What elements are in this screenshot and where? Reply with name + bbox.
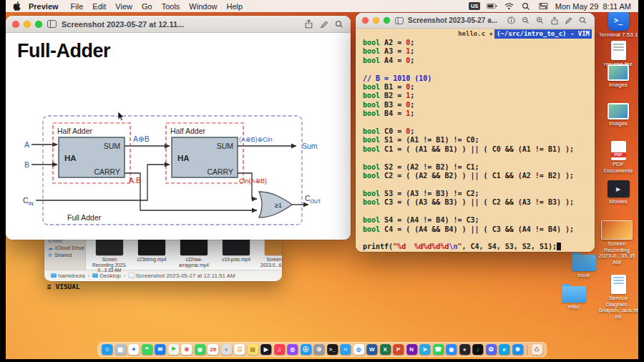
sidebar-toggle-icon[interactable] (47, 19, 57, 29)
active-app-name[interactable]: Preview (29, 2, 59, 11)
zoom-button[interactable] (384, 17, 390, 24)
wifi-icon[interactable] (504, 1, 514, 11)
code-line: bool S3 = (A3 != B3) != C2; (363, 190, 595, 198)
dock-chrome[interactable]: ◎ (353, 344, 364, 355)
markup-icon[interactable] (563, 15, 574, 26)
right-titlebar[interactable]: Screenshot 2023-05-27 a... (356, 13, 595, 29)
menu-file[interactable]: File (71, 2, 84, 11)
finder-file[interactable]: c22raw-arrayprac.mp4 (176, 238, 212, 270)
sidebar-item-shared[interactable]: ⊚Shared (48, 252, 82, 259)
path-item[interactable]: Screenshot 2023-05-27 at 12.11.51 AM (129, 273, 235, 279)
desktop-icon-movies[interactable]: ▶Movies (598, 180, 638, 205)
dock-contacts[interactable]: ● (221, 344, 232, 355)
desktop-icon-pdf[interactable]: PDFPDF Documents (598, 141, 638, 174)
search-icon[interactable] (577, 15, 588, 26)
dock-music[interactable]: ♫ (274, 344, 285, 355)
menu-edit[interactable]: Edit (92, 2, 106, 11)
menu-window[interactable]: Window (189, 2, 217, 11)
dock-calendar[interactable]: 29 (208, 344, 218, 355)
spotlight-search-icon[interactable] (521, 1, 532, 11)
dock-notes[interactable]: ▤ (248, 344, 258, 355)
finder-file[interactable]: Screen Recording 2023-0...3.33 AM (92, 238, 127, 270)
sidebar-item-icon: ⊚ (48, 252, 52, 259)
dock-edge[interactable]: e (499, 344, 509, 355)
pdf-icon: PDF (611, 141, 626, 160)
battery-icon[interactable] (487, 1, 497, 11)
minimize-button[interactable] (24, 21, 31, 28)
dock-app-store[interactable]: Ⓐ (301, 344, 311, 355)
desktop-icon-label: Terminal 7.53.1 (598, 32, 638, 39)
dock-docker[interactable]: ☸ (512, 344, 523, 355)
preview-window-code[interactable]: Screenshot 2023-05-27 a... hello.c + (~/… (356, 13, 595, 252)
finder-file[interactable]: Screenshot 2023-0...6.05 PM (260, 238, 282, 270)
desktop-icon-terminal[interactable]: >_Terminal 7.53.1 (598, 10, 638, 39)
desktop-icon-service[interactable]: Service Diagram - Snapsh...aus.html (598, 275, 638, 320)
zoom-button[interactable] (35, 21, 42, 28)
dock-telegram[interactable]: ➤ (419, 344, 430, 355)
dock-reminders[interactable]: ☰ (234, 344, 245, 355)
dock-system-settings[interactable]: ⚙ (313, 344, 324, 355)
path-item[interactable]: Desktop (92, 273, 121, 279)
dock-word[interactable]: W (366, 344, 377, 355)
window-title: Screenshot 2023-05-27 at 12.11... (62, 20, 184, 29)
images-icon (608, 64, 629, 81)
dock-launchpad[interactable]: ▦ (115, 344, 126, 355)
keyboard-layout-badge[interactable]: US (469, 2, 479, 10)
dock-tv[interactable]: ▶ (260, 344, 271, 355)
dock-vscode[interactable]: ‹› (340, 344, 351, 355)
dock-trash[interactable]: ♺ (532, 344, 542, 355)
dock-zoom[interactable]: ◉ (446, 344, 457, 355)
path-item[interactable]: hamidreza (51, 273, 85, 279)
desktop-icon-misc[interactable]: misc (554, 284, 594, 310)
menu-clock[interactable]: Mon May 29 8:11 AM (555, 2, 631, 11)
left-titlebar[interactable]: Screenshot 2023-05-27 at 12.11... (6, 16, 351, 33)
dock-podcasts[interactable]: ◎ (287, 344, 298, 355)
dock-finder[interactable]: ☺ (102, 344, 112, 355)
dock-mail[interactable]: ✉ (155, 344, 165, 355)
dock-discord[interactable]: ✪ (486, 344, 497, 355)
code-line: bool A2 = 0; (363, 39, 595, 47)
dock-excel[interactable]: X (380, 344, 391, 355)
apple-logo (13, 1, 21, 11)
markup-icon[interactable] (318, 19, 329, 29)
menu-help[interactable]: Help (226, 2, 243, 11)
control-center-icon[interactable] (538, 1, 549, 11)
zoom-out-icon[interactable] (520, 15, 531, 26)
finder-file[interactable]: c19-prac.mp4 (218, 238, 254, 270)
share-icon[interactable] (303, 19, 314, 29)
preview-window-diagram[interactable]: Screenshot 2023-05-27 at 12.11... Full-A… (6, 16, 351, 240)
desktop-icon-resume[interactable]: resume fee (598, 41, 638, 68)
close-button[interactable] (12, 21, 19, 28)
dock-maps[interactable]: ⚑ (168, 344, 179, 355)
dock-facetime[interactable]: ◉ (195, 344, 205, 355)
dock-messages[interactable]: ❝ (142, 344, 152, 355)
dock-whatsapp[interactable]: ☎ (433, 344, 444, 355)
code-screenshot: hello.c + (~/src/intro_to_c) - VIM bool … (356, 29, 595, 252)
sidebar-item-icloud-drive[interactable]: ☁iCloud Drive (48, 245, 82, 252)
close-button[interactable] (362, 17, 369, 24)
dock-terminal[interactable]: >_ (327, 344, 338, 355)
xor-ab-label: A⊕B (133, 134, 150, 143)
info-icon[interactable] (506, 15, 517, 26)
desktop-icon-images[interactable]: Images (598, 64, 638, 89)
share-icon[interactable] (549, 15, 560, 26)
dock-onenote[interactable]: N (406, 344, 417, 355)
code-line: bool C2 = ( (A2 && B2) ) || ( C1 && (A2 … (363, 172, 595, 180)
search-icon[interactable] (333, 19, 344, 29)
dock-safari[interactable]: ✦ (128, 344, 139, 355)
dock-photos[interactable]: ❀ (181, 344, 192, 355)
dock-spotify[interactable]: ♪ (472, 344, 483, 355)
apple-menu[interactable] (13, 1, 21, 11)
minimize-button[interactable] (373, 17, 379, 24)
dock-obs[interactable]: ● (459, 344, 470, 355)
desktop-icon-images[interactable]: Images (598, 103, 638, 127)
zoom-in-icon[interactable] (535, 15, 545, 26)
menu-tools[interactable]: Tools (162, 2, 180, 11)
sidebar-toggle-icon[interactable] (394, 15, 404, 26)
finder-window[interactable]: iCloud ☁iCloud Drive⊚Shared Screen Recor… (44, 236, 282, 281)
menu-go[interactable]: Go (142, 2, 152, 11)
finder-file[interactable]: c23string.mp4 (134, 238, 170, 270)
menu-view[interactable]: View (115, 2, 132, 11)
dock-powerpoint[interactable]: P (393, 344, 404, 355)
code-line (363, 181, 595, 190)
